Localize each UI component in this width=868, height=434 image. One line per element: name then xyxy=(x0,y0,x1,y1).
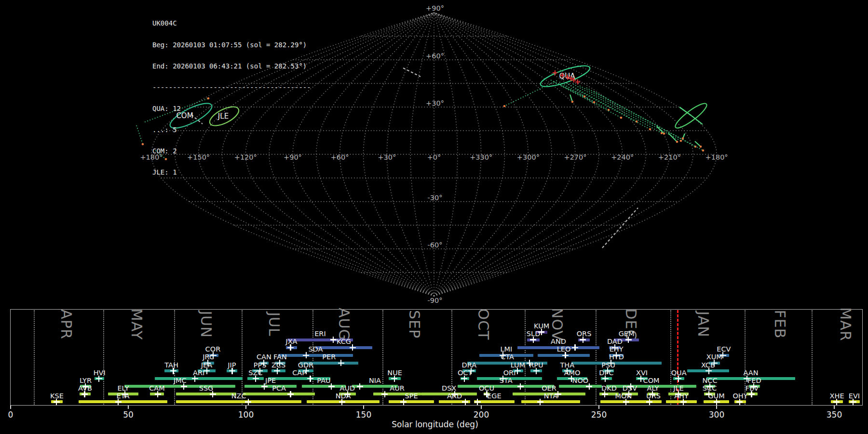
shower-code-label: SPE xyxy=(405,392,418,400)
shower-bar xyxy=(124,385,235,388)
trail-end-dot xyxy=(142,143,144,146)
month-boundary-line xyxy=(670,310,671,405)
month-label: MAR xyxy=(837,296,854,353)
x-axis-tick-label: 0 xyxy=(8,410,14,420)
meteor-trail xyxy=(573,84,662,133)
shower-peak-cross xyxy=(338,360,344,366)
shower-code-label: NTA xyxy=(544,392,558,400)
x-axis-tick-label: 200 xyxy=(474,410,489,420)
x-axis-title: Solar longitude (deg) xyxy=(392,420,478,429)
shower-peak-cross xyxy=(245,399,251,405)
shower-bar xyxy=(278,354,353,357)
shower-peak-cross xyxy=(115,399,122,405)
month-boundary-line xyxy=(242,310,243,405)
sporadic-trail xyxy=(602,208,638,248)
shower-bar xyxy=(155,377,243,380)
lon-label: +270° xyxy=(564,153,587,161)
count-sporadic: ...: 5 xyxy=(152,126,311,134)
shower-code-label: SDA xyxy=(308,345,323,353)
month-label: JAN xyxy=(695,296,712,353)
shower-peak-cross xyxy=(462,399,468,405)
shower-peak-cross xyxy=(287,344,294,351)
shower-peak-cross xyxy=(328,383,335,390)
lon-label: +30° xyxy=(378,153,396,161)
count-qua: QUA: 12 xyxy=(152,105,311,112)
station-header: UK004C Beg: 20260103 01:07:55 (sol = 282… xyxy=(152,6,311,190)
month-boundary-line xyxy=(312,310,313,405)
trail-end-dot xyxy=(649,128,651,131)
x-axis-tick xyxy=(363,406,364,409)
shower-peak-cross xyxy=(461,376,467,382)
session-begin: Beg: 20260103 01:07:55 (sol = 282.29°) xyxy=(152,41,311,49)
x-axis-tick xyxy=(716,406,717,409)
shower-peak-cross xyxy=(586,383,592,390)
shower-peak-cross xyxy=(274,368,280,374)
shower-code-label: OER xyxy=(542,384,556,392)
lat-label: +90° xyxy=(426,4,444,12)
meteor-trail xyxy=(577,90,650,129)
shower-peak-cross xyxy=(623,399,629,405)
lon-label: +300° xyxy=(517,153,540,161)
trail-end-dot xyxy=(680,140,682,142)
x-axis-tick xyxy=(128,406,129,409)
count-com: COM: 2 xyxy=(152,148,311,155)
shower-peak-cross xyxy=(307,376,313,382)
lon-label: +210° xyxy=(658,153,681,161)
meteor-trail xyxy=(657,126,664,134)
shower-bar xyxy=(315,346,372,349)
meteor-trail xyxy=(136,125,143,144)
meteor-trail xyxy=(580,86,681,141)
shower-peak-cross xyxy=(833,399,840,405)
shower-peak-cross xyxy=(303,352,309,358)
x-axis-tick-label: 150 xyxy=(356,410,371,420)
trail-end-dot xyxy=(676,141,678,143)
shower-peak-cross xyxy=(287,391,294,397)
shower-peak-cross xyxy=(350,344,356,351)
shower-peak-cross xyxy=(192,376,198,382)
shower-code-label: AUR xyxy=(390,384,405,392)
shower-peak-cross xyxy=(261,383,268,390)
lon-label: +180° xyxy=(705,153,728,161)
shower-peak-cross xyxy=(517,383,524,390)
month-boundary-line xyxy=(525,310,526,405)
grid-meridian xyxy=(434,13,575,296)
x-axis-tick-label: 50 xyxy=(123,410,134,420)
shower-code-label: COM xyxy=(643,377,660,384)
month-label: DEC xyxy=(622,296,639,353)
month-boundary-line xyxy=(812,310,813,405)
trail-end-dot xyxy=(682,137,684,140)
x-axis-tick-label: 350 xyxy=(827,410,842,420)
radiant-plot-page: +180°+150°+120°+90°+60°+30°+0°+330°+300°… xyxy=(0,0,868,434)
shower-peak-cross xyxy=(680,399,687,405)
month-boundary-line xyxy=(382,310,383,405)
shower-peak-cross xyxy=(54,399,60,405)
shower-peak-cross xyxy=(748,391,755,397)
month-label: APR xyxy=(58,296,75,353)
shower-peak-cross xyxy=(562,352,569,358)
activity-timeline: APRMAYJUNJULAUGSEPOCTNOVDECJANFEBMARKUME… xyxy=(0,309,868,434)
shower-peak-cross xyxy=(530,337,536,343)
x-axis-tick xyxy=(245,406,246,409)
shower-peak-cross xyxy=(170,368,176,374)
month-boundary-line xyxy=(34,310,35,405)
month-boundary-line xyxy=(596,310,597,405)
shower-peak-cross xyxy=(400,399,407,405)
month-label: SEP xyxy=(406,296,422,353)
shower-peak-cross xyxy=(381,391,388,397)
lat-label: -30° xyxy=(428,194,443,202)
month-label: FEB xyxy=(771,296,788,353)
x-axis-tick xyxy=(481,406,482,409)
month-label: OCT xyxy=(475,296,491,353)
shower-code-label: ERI xyxy=(314,330,326,338)
trail-end-dot xyxy=(503,105,506,108)
shower-code-label: ARD xyxy=(447,392,462,400)
shower-bar xyxy=(389,400,434,403)
shower-peak-cross xyxy=(580,337,586,343)
meteor-trail xyxy=(668,133,677,142)
shower-peak-cross xyxy=(572,344,578,351)
trail-end-dot xyxy=(702,149,705,152)
shower-peak-cross xyxy=(357,383,363,390)
month-label: JUL xyxy=(266,296,283,353)
trail-end-dot xyxy=(583,95,586,98)
shower-peak-cross xyxy=(675,376,681,382)
